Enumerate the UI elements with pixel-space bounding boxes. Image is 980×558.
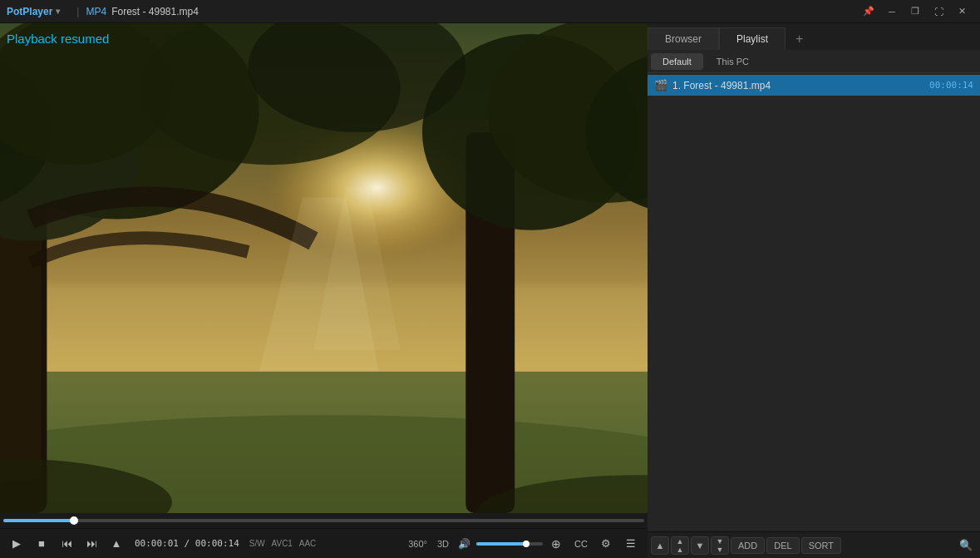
title-bar: PotPlayer ▾ | MP4 Forest - 49981.mp4 📌 ─…	[0, 0, 980, 23]
volume-area: 🔊	[455, 535, 543, 553]
next-button[interactable]: ⏭	[80, 532, 103, 556]
stop-button[interactable]: ■	[30, 532, 53, 556]
video-frame	[0, 23, 648, 513]
open-button[interactable]: ▲	[105, 532, 128, 556]
app-logo[interactable]: PotPlayer ▾	[7, 6, 60, 17]
volume-handle[interactable]	[523, 541, 529, 547]
close-button[interactable]: ✕	[950, 2, 973, 22]
current-time: 00:00:01	[135, 538, 179, 549]
subtab-this-pc[interactable]: This PC	[705, 53, 761, 70]
time-display: 00:00:01 / 00:00:14	[135, 538, 239, 549]
volume-icon[interactable]: 🔊	[455, 535, 473, 553]
move-up-alt-button[interactable]: ▲▲	[671, 536, 689, 555]
video-container[interactable]: Playback resumed	[0, 23, 648, 513]
seek-bar[interactable]	[3, 519, 644, 522]
main-area: Playback resumed ▶ ■ ⏮ ⏭ ▲ 00:00:01 / 00…	[0, 23, 980, 558]
codec-info: S/W AVC1 AAC	[249, 539, 316, 548]
pin-button[interactable]: 📌	[857, 2, 880, 22]
settings-button[interactable]: ⚙	[594, 532, 618, 556]
add-button[interactable]: ADD	[731, 537, 765, 554]
time-sep: /	[185, 538, 190, 549]
title-separator: |	[76, 6, 79, 17]
playlist-item[interactable]: 🎬 1. Forest - 49981.mp4 00:00:14	[648, 75, 980, 96]
app-menu-chevron[interactable]: ▾	[56, 7, 60, 16]
subtitle-button[interactable]: CC	[569, 532, 593, 556]
total-time: 00:00:14	[195, 538, 239, 549]
panel-bottom-controls: ▲ ▲▲ ▼ ▼▼ ADD DEL SORT 🔍	[648, 531, 980, 558]
prev-button[interactable]: ⏮	[55, 532, 78, 556]
sort-button[interactable]: SORT	[801, 537, 841, 554]
app-name: PotPlayer	[7, 6, 52, 17]
move-down-button[interactable]: ▼	[691, 536, 709, 555]
file-title: Forest - 49981.mp4	[111, 6, 199, 17]
restore-button[interactable]: ❐	[904, 2, 927, 22]
video-content	[0, 23, 648, 513]
zoom-button[interactable]: ⊕	[544, 532, 568, 556]
mode-360-button[interactable]: 360°	[404, 537, 431, 551]
volume-slider[interactable]	[476, 542, 543, 546]
play-button[interactable]: ▶	[5, 532, 28, 556]
fullscreen-button[interactable]: ⛶	[927, 2, 950, 22]
file-format: MP4	[86, 6, 106, 17]
del-button[interactable]: DEL	[766, 537, 799, 554]
playlist-items: 🎬 1. Forest - 49981.mp4 00:00:14	[648, 73, 980, 531]
right-panel: Browser Playlist + Default This PC 🎬 1. …	[648, 23, 980, 558]
item-duration: 00:00:14	[929, 80, 973, 91]
item-icon: 🎬	[654, 79, 667, 91]
mode-3d-button[interactable]: 3D	[433, 537, 453, 551]
seek-progress	[3, 519, 74, 522]
move-up-button[interactable]: ▲	[651, 536, 669, 555]
seek-handle[interactable]	[70, 516, 78, 525]
playlist-toggle-button[interactable]: ☰	[619, 532, 643, 556]
panel-tabs: Browser Playlist +	[648, 23, 980, 50]
item-name: 1. Forest - 49981.mp4	[672, 80, 924, 91]
codec-sw: S/W	[249, 539, 265, 548]
subtab-default[interactable]: Default	[651, 53, 703, 70]
player-area: Playback resumed ▶ ■ ⏮ ⏭ ▲ 00:00:01 / 00…	[0, 23, 648, 558]
seek-bar-area[interactable]	[0, 513, 648, 528]
playlist-sub-tabs: Default This PC	[648, 50, 980, 73]
volume-fill	[476, 542, 526, 546]
codec-aac: AAC	[299, 539, 317, 548]
controls-bar: ▶ ■ ⏮ ⏭ ▲ 00:00:01 / 00:00:14 S/W AVC1 A…	[0, 528, 648, 558]
tab-browser[interactable]: Browser	[648, 27, 719, 50]
move-down-alt-button[interactable]: ▼▼	[711, 536, 729, 555]
minimize-button[interactable]: ─	[880, 2, 904, 22]
tab-add-button[interactable]: +	[785, 27, 813, 50]
window-controls: 📌 ─ ❐ ⛶ ✕	[857, 2, 973, 22]
tab-playlist[interactable]: Playlist	[719, 27, 785, 50]
search-button[interactable]: 🔍	[955, 536, 977, 555]
codec-avc: AVC1	[272, 539, 293, 548]
